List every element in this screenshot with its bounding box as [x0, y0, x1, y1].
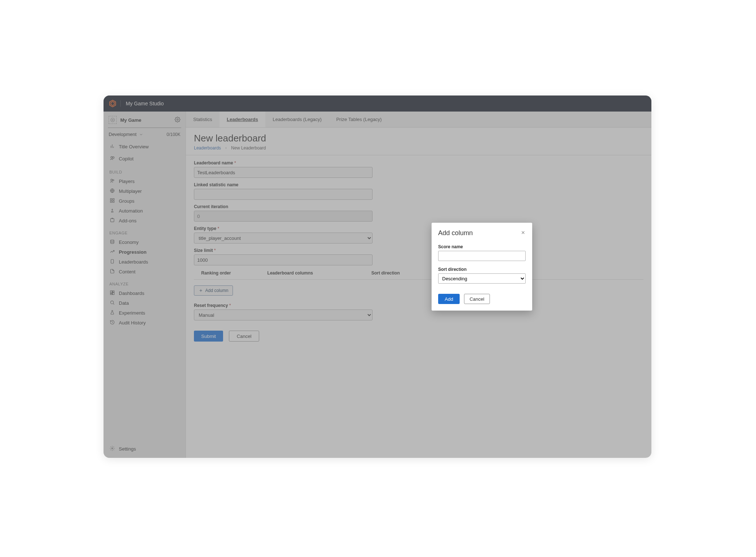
app-frame: My Game Studio My Game Development 0/100… — [104, 96, 651, 458]
puzzle-icon — [109, 218, 115, 224]
flask-icon — [109, 310, 115, 316]
label-leaderboard-name: Leaderboard name * — [194, 160, 643, 165]
brand-logo-icon — [109, 100, 117, 108]
col-header-sort: Sort direction — [371, 270, 400, 276]
content-area: StatisticsLeaderboardsLeaderboards (Lega… — [186, 112, 651, 458]
sidebar-item-label: Content — [119, 269, 136, 274]
environment-label: Development — [109, 132, 137, 137]
sidebar-item-label: Multiplayer — [119, 188, 142, 194]
usage-meter: 0/100K — [167, 132, 180, 137]
label-reset-frequency: Reset frequency * — [194, 303, 643, 308]
sidebar-item-label: Leaderboards — [119, 259, 148, 265]
tab-leaderboards[interactable]: Leaderboards — [219, 112, 265, 127]
sidebar-item-players[interactable]: Players — [104, 176, 186, 186]
sidebar-settings-label: Settings — [119, 446, 136, 452]
linked-statistic-input[interactable] — [194, 189, 373, 200]
plus-icon — [199, 288, 203, 293]
clock-icon — [109, 320, 115, 326]
breadcrumb: Leaderboards New Leaderboard — [194, 145, 643, 151]
add-column-button[interactable]: Add column — [194, 285, 233, 296]
sidebar-section-header: ANALYZE — [104, 277, 186, 288]
svg-point-27 — [110, 301, 113, 304]
modal-close-icon[interactable] — [521, 230, 526, 236]
game-settings-icon[interactable] — [175, 117, 180, 124]
sidebar-item-economy[interactable]: Economy — [104, 237, 186, 247]
breadcrumb-link[interactable]: Leaderboards — [194, 145, 221, 151]
sidebar-item-automation[interactable]: Automation — [104, 206, 186, 216]
entity-type-select[interactable]: title_player_account — [194, 233, 373, 244]
score-name-input[interactable] — [438, 251, 526, 261]
reset-frequency-select[interactable]: Manual — [194, 309, 373, 320]
robot-icon — [109, 208, 115, 214]
submit-button[interactable]: Submit — [194, 331, 223, 342]
game-name: My Game — [120, 117, 171, 123]
dashboard-icon — [109, 290, 115, 296]
svg-point-2 — [112, 119, 113, 121]
svg-rect-26 — [110, 293, 112, 295]
sidebar-item-multiplayer[interactable]: Multiplayer — [104, 186, 186, 196]
sidebar-item-leaderboards[interactable]: Leaderboards — [104, 257, 186, 267]
sidebar-section-header: BUILD — [104, 165, 186, 176]
sort-direction-select[interactable]: Descending — [438, 273, 526, 284]
page-title: New leaderboard — [194, 133, 643, 144]
svg-point-9 — [113, 157, 114, 159]
label-size-limit: Size limit * — [194, 248, 643, 253]
sidebar-item-add-ons[interactable]: Add-ons — [104, 216, 186, 226]
svg-rect-22 — [111, 260, 114, 264]
svg-point-10 — [111, 179, 113, 181]
chevron-down-icon — [139, 132, 143, 137]
columns-header-row: Ranking order Leaderboard columns Sort d… — [194, 270, 643, 280]
sidebar-item-label: Dashboards — [119, 291, 144, 296]
divider — [186, 155, 651, 155]
sidebar-item-label: Economy — [119, 239, 139, 245]
svg-point-18 — [112, 209, 113, 210]
tab-statistics[interactable]: Statistics — [186, 112, 219, 127]
svg-rect-24 — [113, 291, 114, 292]
sidebar-item-copilot[interactable]: Copilot — [104, 153, 186, 165]
svg-point-11 — [113, 180, 114, 181]
search-icon — [109, 300, 115, 306]
col-header-ranking: Ranking order — [201, 270, 231, 276]
cancel-button[interactable]: Cancel — [229, 331, 259, 342]
sidebar-item-data[interactable]: Data — [104, 298, 186, 308]
sidebar-item-label: Progression — [119, 249, 147, 255]
modal-add-button[interactable]: Add — [438, 294, 460, 304]
sidebar-item-label: Add-ons — [119, 218, 136, 223]
sidebar-item-progression[interactable]: Progression — [104, 247, 186, 257]
add-column-modal: Add column Score name Sort direction Des… — [432, 223, 532, 311]
sparkle-icon — [109, 156, 115, 162]
game-header: My Game — [104, 112, 186, 128]
svg-point-8 — [111, 156, 113, 158]
chart-bar-icon — [109, 144, 115, 150]
sidebar-item-audit-history[interactable]: Audit History — [104, 318, 186, 328]
chevron-right-icon — [225, 147, 227, 149]
users-icon — [109, 178, 115, 184]
modal-cancel-button[interactable]: Cancel — [464, 294, 490, 304]
sidebar-item-experiments[interactable]: Experiments — [104, 308, 186, 318]
file-icon — [109, 269, 115, 275]
trend-icon — [109, 249, 115, 255]
environment-selector[interactable]: Development 0/100K — [104, 128, 186, 141]
svg-rect-15 — [113, 199, 114, 200]
globe-icon — [109, 188, 115, 194]
coins-icon — [109, 239, 115, 245]
sidebar-item-content[interactable]: Content — [104, 267, 186, 277]
current-iteration-input — [194, 211, 373, 222]
size-limit-input[interactable] — [194, 254, 373, 265]
tab-leaderboards-legacy-[interactable]: Leaderboards (Legacy) — [265, 112, 329, 127]
sidebar-item-label: Copilot — [119, 156, 133, 161]
sidebar-item-settings[interactable]: Settings — [104, 440, 186, 458]
svg-rect-25 — [113, 292, 114, 295]
sidebar-item-title-overview[interactable]: Title Overview — [104, 141, 186, 153]
tab-prize-tables-legacy-[interactable]: Prize Tables (Legacy) — [329, 112, 389, 127]
blocks-icon — [109, 198, 115, 204]
board-icon — [109, 259, 115, 265]
sidebar-item-label: Players — [119, 179, 135, 184]
sidebar-item-dashboards[interactable]: Dashboards — [104, 288, 186, 298]
leaderboard-name-input[interactable] — [194, 167, 373, 178]
gear-icon — [109, 446, 115, 452]
tabs: StatisticsLeaderboardsLeaderboards (Lega… — [186, 112, 651, 128]
sidebar-item-groups[interactable]: Groups — [104, 196, 186, 206]
svg-line-28 — [113, 304, 114, 305]
sidebar-item-label: Groups — [119, 198, 135, 204]
